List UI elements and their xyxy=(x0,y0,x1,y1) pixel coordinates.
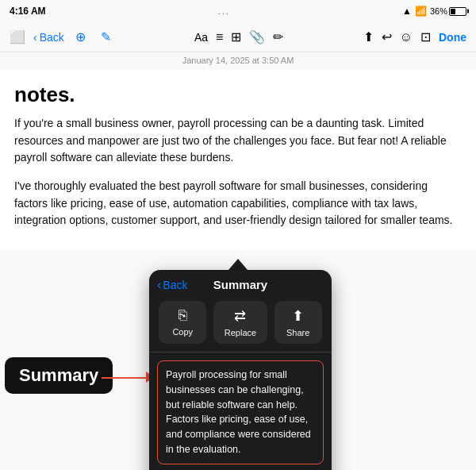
popup-arrow xyxy=(228,259,248,270)
battery-container: 36% xyxy=(430,6,466,16)
date-line: January 14, 2025 at 3:50 AM xyxy=(0,52,476,70)
popup-actions: ⎘ Copy ⇄ Replace ⬆ Share xyxy=(149,296,332,352)
replace-icon: ⇄ xyxy=(234,307,246,325)
battery-fill xyxy=(451,9,455,14)
note-title: notes. xyxy=(14,83,462,107)
share-toolbar-button[interactable]: ⬆ xyxy=(363,29,374,44)
replace-label: Replace xyxy=(225,328,256,337)
add-icon[interactable]: ⊕ xyxy=(72,29,90,46)
back-chevron-icon: ⬜ xyxy=(10,29,25,44)
note-paragraph-1: If you're a small business owner, payrol… xyxy=(14,115,462,167)
summary-popup: ‹ Back Summary ⎘ Copy ⇄ Replace ⬆ Share … xyxy=(149,270,332,470)
popup-summary-box: Payroll processing for small businesses … xyxy=(157,360,324,464)
copy-label: Copy xyxy=(172,327,193,337)
popup-title: Summary xyxy=(213,278,267,291)
popup-back-button[interactable]: ‹ Back xyxy=(157,278,187,292)
font-button[interactable]: Aa xyxy=(194,31,208,44)
signal-icon: ▲ xyxy=(402,6,412,17)
status-bar: 4:16 AM ... ▲ 📶 36% xyxy=(0,0,476,22)
note-paragraph-2: I've thoroughly evaluated the best payro… xyxy=(14,178,462,229)
share-action-button[interactable]: ⬆ Share xyxy=(274,301,322,344)
undo-button[interactable]: ↩ xyxy=(382,29,392,44)
done-button[interactable]: Done xyxy=(439,31,466,44)
battery-icon xyxy=(449,7,466,16)
draw-button[interactable]: ✏ xyxy=(273,29,283,44)
status-dots: ... xyxy=(218,6,230,16)
attach-button[interactable]: 📎 xyxy=(249,29,265,44)
note-body: If you're a small business owner, payrol… xyxy=(14,115,462,229)
share-icon: ⬆ xyxy=(292,307,304,325)
toolbar-left: ⬜ ‹ Back ⊕ ✎ xyxy=(10,29,115,46)
copy-action-button[interactable]: ⎘ Copy xyxy=(159,301,206,344)
share-label: Share xyxy=(286,328,309,337)
replace-action-button[interactable]: ⇄ Replace xyxy=(213,301,267,344)
mention-button[interactable]: ☺ xyxy=(400,30,413,44)
popup-back-chevron-icon: ‹ xyxy=(157,278,161,292)
status-time: 4:16 AM xyxy=(10,6,46,17)
popup-summary-text: Payroll processing for small businesses … xyxy=(166,368,315,457)
checklist-button[interactable]: ≡ xyxy=(216,30,223,44)
table-button[interactable]: ⊞ xyxy=(231,29,241,44)
note-area[interactable]: notes. If you're a small business owner,… xyxy=(0,70,476,250)
chevron-left-icon: ‹ xyxy=(33,31,37,44)
toolbar: ⬜ ‹ Back ⊕ ✎ Aa ≡ ⊞ 📎 ✏ ⬆ ↩ ☺ ⊡ Done xyxy=(0,22,476,52)
popup-header: ‹ Back Summary xyxy=(149,270,332,296)
status-right: ▲ 📶 36% xyxy=(402,6,466,17)
arrow-line xyxy=(102,377,149,379)
wifi-icon: 📶 xyxy=(415,6,427,17)
back-button[interactable]: ⬜ xyxy=(10,29,25,44)
summary-badge: Summary xyxy=(5,357,113,394)
toolbar-right: ⬆ ↩ ☺ ⊡ Done xyxy=(363,29,466,44)
page-container: 4:16 AM ... ▲ 📶 36% ⬜ ‹ Back ⊕ ✎ xyxy=(0,0,476,470)
popup-back-label: Back xyxy=(163,279,187,291)
back-arrow-button[interactable]: ‹ Back xyxy=(33,31,64,44)
compose-icon[interactable]: ✎ xyxy=(98,29,115,46)
battery-percent: 36% xyxy=(430,6,447,16)
back-label: Back xyxy=(40,31,64,44)
toolbar-middle: Aa ≡ ⊞ 📎 ✏ xyxy=(194,29,283,44)
more-button[interactable]: ⊡ xyxy=(420,29,431,44)
copy-icon: ⎘ xyxy=(178,307,187,324)
